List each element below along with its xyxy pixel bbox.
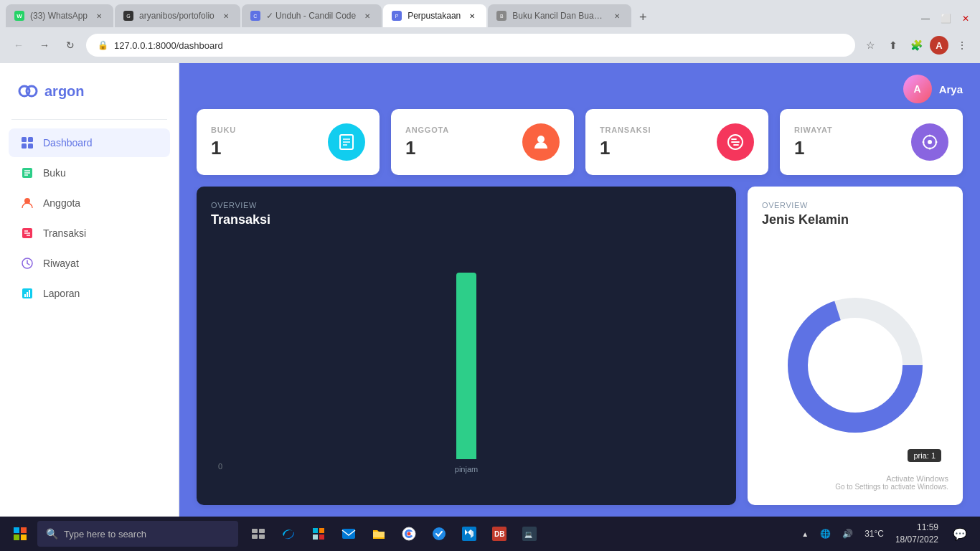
svg-point-46 [407, 532, 411, 536]
sidebar-item-laporan[interactable]: Laporan [9, 279, 170, 308]
taskbar-clock[interactable]: 11:59 18/07/2022 [891, 519, 943, 548]
tab-close-2[interactable]: ✕ [220, 10, 232, 22]
svg-point-26 [936, 141, 938, 143]
taskbar-app-store[interactable] [304, 519, 333, 548]
taskbar-chevron[interactable]: ▲ [797, 519, 813, 548]
stat-card-transaksi: TRANSAKSI 1 [585, 109, 768, 175]
svg-rect-38 [259, 534, 265, 539]
bookmark-button[interactable]: ☆ [861, 36, 880, 55]
taskbar-sound[interactable]: 🔊 [838, 519, 857, 548]
taskbar-app-edge[interactable] [274, 519, 303, 548]
taskbar-network[interactable]: 🌐 [816, 519, 835, 548]
lock-icon: 🔒 [98, 40, 108, 50]
tab-label-5: Buku Kancil Dan Buaya [ful... [512, 11, 606, 21]
donut-tooltip: pria: 1 [908, 449, 941, 462]
history-icon [20, 256, 34, 270]
start-button[interactable] [6, 519, 34, 548]
browser-tab-1[interactable]: W (33) WhatsApp ✕ [6, 4, 113, 27]
stat-card-buku: BUKU 1 [197, 109, 380, 175]
tab-favicon-3: C [250, 11, 260, 21]
taskbar-weather[interactable]: 31°C [860, 519, 888, 548]
taskbar-notification[interactable]: 💬 [946, 519, 974, 548]
tab-bar-controls: — ⬜ ✕ [917, 10, 974, 27]
taskbar-app-vscode[interactable] [455, 519, 484, 548]
taskbar-search[interactable]: 🔍 Type here to search [37, 521, 238, 547]
svg-rect-34 [21, 534, 27, 540]
stat-card-riwayat: RIWAYAT 1 [780, 109, 963, 175]
svg-rect-15 [27, 292, 28, 297]
activate-windows-text: Activate Windows [835, 474, 948, 483]
share-button[interactable]: ⬆ [884, 36, 903, 55]
browser-tab-5[interactable]: B Buku Kancil Dan Buaya [ful... ✕ [488, 4, 631, 27]
main-content: A Arya BUKU 1 [179, 63, 980, 517]
user-info: A Arya [903, 75, 963, 103]
tab-label-1: (33) WhatsApp [30, 11, 88, 21]
sidebar-item-dashboard[interactable]: Dashboard [9, 128, 170, 157]
tab-favicon-5: B [496, 11, 507, 21]
stat-info-riwayat: RIWAYAT 1 [794, 126, 832, 159]
svg-rect-32 [21, 527, 27, 533]
taskbar-sys: ▲ 🌐 🔊 31°C 11:59 18/07/2022 💬 [797, 519, 974, 548]
more-button[interactable]: ⋮ [953, 36, 971, 55]
svg-rect-43 [342, 529, 355, 539]
address-bar-row: ← → ↻ 🔒 127.0.0.1:8000/dashboard ☆ ⬆ 🧩 A… [0, 27, 980, 63]
bar-pinjam [456, 273, 476, 459]
window-minimize[interactable]: — [917, 10, 934, 27]
svg-point-24 [928, 140, 932, 144]
weather-text: 31°C [864, 529, 884, 539]
taskbar-app-app9[interactable]: DB [485, 519, 514, 548]
browser-tab-4[interactable]: P Perpustakaan ✕ [383, 4, 486, 27]
taskbar-app-app7[interactable] [425, 519, 453, 548]
transaksi-chart-card: OVERVIEW Transaksi 0 pinjam [197, 187, 736, 505]
sidebar-item-transaksi[interactable]: Transaksi [9, 219, 170, 248]
tab-close-5[interactable]: ✕ [611, 10, 623, 22]
profile-button[interactable]: A [930, 36, 948, 55]
tab-bar: W (33) WhatsApp ✕ G aryanibos/portofolio… [0, 0, 980, 27]
tab-close-4[interactable]: ✕ [466, 10, 478, 22]
back-button[interactable]: ← [9, 35, 29, 55]
window-close[interactable]: ✕ [957, 10, 974, 27]
tab-close-1[interactable]: ✕ [93, 10, 105, 22]
browser-tab-3[interactable]: C ✓ Unduh - Candil Code ✕ [242, 4, 382, 27]
window-maximize[interactable]: ⬜ [937, 10, 954, 27]
svg-point-21 [537, 136, 545, 143]
bar-label-pinjam: pinjam [455, 465, 478, 474]
book-icon [20, 166, 34, 180]
svg-rect-39 [313, 528, 318, 533]
taskbar: 🔍 Type here to search [0, 517, 980, 551]
forward-button[interactable]: → [34, 35, 55, 55]
taskbar-app-explorer[interactable] [364, 519, 393, 548]
sidebar-item-buku[interactable]: Buku [9, 159, 170, 187]
taskbar-app-app10[interactable]: 💻 [515, 519, 544, 548]
new-tab-button[interactable]: + [633, 7, 653, 27]
stat-label-riwayat: RIWAYAT [794, 126, 832, 134]
refresh-button[interactable]: ↻ [60, 35, 80, 55]
svg-rect-2 [22, 137, 27, 142]
tab-close-3[interactable]: ✕ [362, 10, 373, 22]
sidebar: argon Dashboard [0, 63, 179, 517]
taskbar-app-chrome[interactable] [395, 519, 423, 548]
stats-cards: BUKU 1 ANGGOTA 1 [179, 109, 980, 187]
extensions-button[interactable]: 🧩 [907, 36, 925, 55]
tab-label-3: ✓ Unduh - Candil Code [266, 11, 356, 21]
taskbar-app-taskview[interactable] [244, 519, 273, 548]
sidebar-item-riwayat[interactable]: Riwayat [9, 249, 170, 278]
bar-wrapper-pinjam: pinjam [456, 273, 476, 459]
svg-point-27 [929, 148, 931, 150]
search-placeholder: Type here to search [64, 529, 146, 540]
stat-icon-buku [328, 123, 365, 161]
stat-icon-riwayat [911, 123, 948, 161]
sidebar-item-buku-label: Buku [43, 167, 66, 179]
address-bar[interactable]: 🔒 127.0.0.1:8000/dashboard [86, 34, 855, 57]
sidebar-item-transaksi-label: Transaksi [43, 227, 86, 239]
stat-label-anggota: ANGGOTA [405, 126, 449, 134]
svg-point-47 [433, 527, 446, 540]
tab-favicon-4: P [392, 11, 402, 21]
addr-actions: ☆ ⬆ 🧩 A ⋮ [861, 36, 971, 55]
stat-info-anggota: ANGGOTA 1 [405, 126, 449, 159]
browser-tab-2[interactable]: G aryanibos/portofolio ✕ [115, 4, 240, 27]
taskbar-app-mail[interactable] [334, 519, 363, 548]
sidebar-item-anggota[interactable]: Anggota [9, 189, 170, 217]
svg-rect-4 [22, 143, 27, 149]
svg-rect-35 [252, 529, 258, 533]
